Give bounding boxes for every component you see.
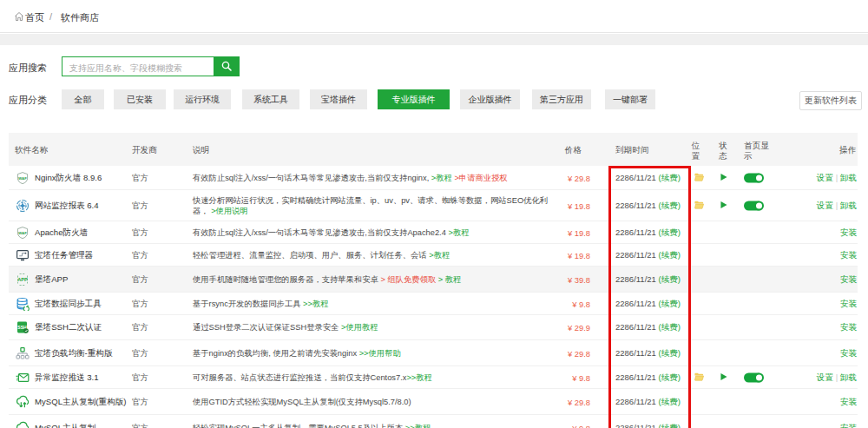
svg-text:WAF: WAF bbox=[18, 230, 27, 234]
svg-text:WAF: WAF bbox=[18, 175, 27, 180]
svg-text:APP: APP bbox=[17, 277, 28, 282]
